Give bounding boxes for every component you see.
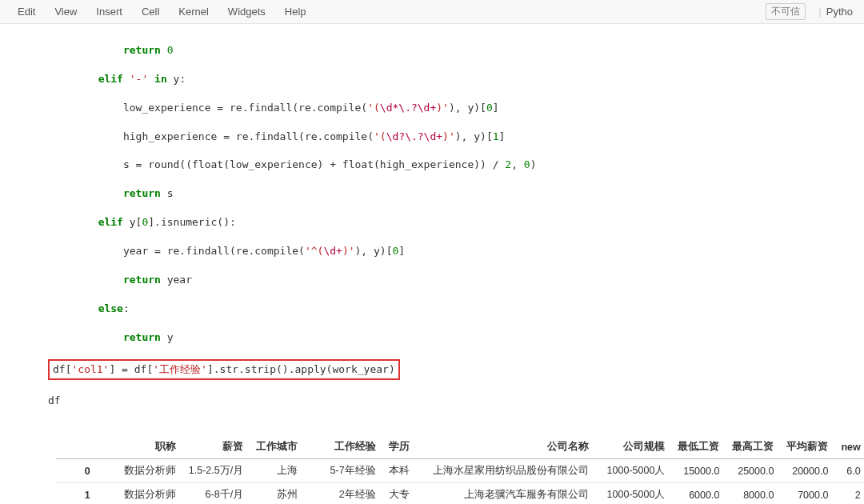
- column-header[interactable]: 最低工资: [671, 435, 726, 459]
- menu-cell[interactable]: Cell: [132, 3, 169, 20]
- cell: 15000.0: [671, 459, 726, 483]
- column-header[interactable]: 公司名称: [416, 435, 595, 459]
- trust-badge[interactable]: 不可信: [766, 3, 806, 20]
- column-index: [56, 435, 97, 459]
- column-header[interactable]: 公司规模: [595, 435, 672, 459]
- separator: |: [818, 6, 821, 18]
- menu-view[interactable]: View: [45, 3, 86, 20]
- cell: 25000.0: [726, 459, 780, 483]
- column-header[interactable]: 职称: [97, 435, 182, 459]
- cell: 数据分析师: [97, 459, 182, 483]
- cell: 2年经验: [304, 483, 382, 504]
- cell: 上海: [250, 459, 304, 483]
- column-header[interactable]: 最高工资: [726, 435, 780, 459]
- menu-widgets[interactable]: Widgets: [218, 3, 275, 20]
- menubar: Edit View Insert Cell Kernel Widgets Hel…: [0, 0, 864, 24]
- cell: 1000-5000人: [595, 459, 672, 483]
- cell: 2: [834, 483, 864, 504]
- dataframe-table[interactable]: 职称薪资工作城市工作经验学历公司名称公司规模最低工资最高工资平均薪资newcol…: [56, 435, 864, 504]
- menu-help[interactable]: Help: [275, 3, 316, 20]
- cell: 6000.0: [671, 483, 726, 504]
- column-header[interactable]: 工作城市: [250, 435, 304, 459]
- cell: 6-8千/月: [182, 483, 250, 504]
- column-header[interactable]: 工作经验: [304, 435, 382, 459]
- cell: 1000-5000人: [595, 483, 672, 504]
- cell: 6.0: [834, 459, 864, 483]
- output-area: 115]: 职称薪资工作城市工作经验学历公司名称公司规模最低工资最高工资平均薪资…: [0, 435, 864, 504]
- cell: 20000.0: [780, 459, 834, 483]
- menu-edit[interactable]: Edit: [8, 3, 45, 20]
- column-header[interactable]: 学历: [382, 435, 416, 459]
- cell: 1.5-2.5万/月: [182, 459, 250, 483]
- cell: 上海老骥汽车服务有限公司: [416, 483, 595, 504]
- cell: 数据分析师: [97, 483, 182, 504]
- kernel-name[interactable]: Pytho: [826, 6, 853, 18]
- cell: 本科: [382, 459, 416, 483]
- table-row[interactable]: 0数据分析师1.5-2.5万/月上海5-7年经验本科上海水星家用纺织品股份有限公…: [56, 459, 864, 483]
- highlighted-code-line: df['col1'] = df['工作经验'].str.strip().appl…: [48, 359, 400, 380]
- row-index: 1: [56, 483, 97, 504]
- column-header[interactable]: 平均薪资: [780, 435, 834, 459]
- cell: 8000.0: [726, 483, 780, 504]
- menu-kernel[interactable]: Kernel: [169, 3, 218, 20]
- cell: 大专: [382, 483, 416, 504]
- row-index: 0: [56, 459, 97, 483]
- code-cell[interactable]: return 0 elif '-' in y: low_experience =…: [0, 24, 864, 427]
- cell: 5-7年经验: [304, 459, 382, 483]
- column-header[interactable]: 薪资: [182, 435, 250, 459]
- cell: 上海水星家用纺织品股份有限公司: [416, 459, 595, 483]
- menu-insert[interactable]: Insert: [86, 3, 132, 20]
- cell: 7000.0: [780, 483, 834, 504]
- table-row[interactable]: 1数据分析师6-8千/月苏州2年经验大专上海老骥汽车服务有限公司1000-500…: [56, 483, 864, 504]
- column-header[interactable]: new: [834, 435, 864, 459]
- cell: 苏州: [250, 483, 304, 504]
